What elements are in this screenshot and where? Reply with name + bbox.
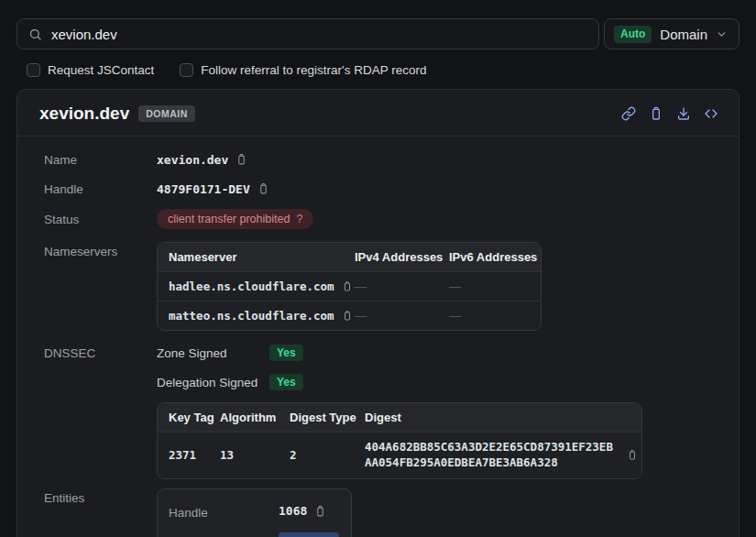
clipboard-icon xyxy=(649,106,663,121)
copy-name-button[interactable] xyxy=(236,153,247,166)
copy-digest-button[interactable] xyxy=(627,449,638,461)
entity-card: Handle 1068 Roles registrar xyxy=(157,488,352,537)
view-raw-button[interactable] xyxy=(704,106,718,121)
col-ipv6: IPv6 Addresses xyxy=(449,243,541,271)
ipv6-empty: — xyxy=(449,309,460,323)
nameserver-value: matteo.ns.cloudflare.com xyxy=(169,309,334,323)
follow-referral-label: Follow referral to registrar's RDAP reco… xyxy=(201,63,426,77)
copy-icon xyxy=(257,182,269,195)
object-type-badge: DOMAIN xyxy=(138,105,195,122)
col-ipv4: IPv4 Addresses xyxy=(355,243,449,271)
search-box[interactable] xyxy=(16,18,599,49)
col-digest-type: Digest Type xyxy=(290,403,365,432)
table-row: matteo.ns.cloudflare.com — — xyxy=(158,301,541,330)
download-button[interactable] xyxy=(676,106,691,121)
entity-handle-label: Handle xyxy=(169,503,279,520)
query-type-value: Domain xyxy=(660,27,707,42)
jscontact-label: Request JSContact xyxy=(48,63,154,77)
domain-result-card: xevion.dev DOMAIN Name xyxy=(16,89,740,537)
jscontact-option[interactable]: Request JSContact xyxy=(27,63,154,77)
entity-roles-row: Roles registrar xyxy=(169,532,340,537)
permalink-button[interactable] xyxy=(621,106,636,121)
ipv6-empty: — xyxy=(449,279,460,293)
copy-nameserver-button[interactable] xyxy=(342,310,353,322)
dnssec-table-header: Key Tag Algorithm Digest Type Digest xyxy=(158,403,641,432)
dnssec-content: Zone Signed Yes Delegation Signed Yes Ke… xyxy=(157,344,717,479)
download-icon xyxy=(676,106,691,121)
handle-field: Handle 4879F0171-DEV xyxy=(44,180,717,198)
name-label: Name xyxy=(44,153,157,167)
options-row: Request JSContact Follow referral to reg… xyxy=(27,62,740,78)
copy-icon xyxy=(342,280,353,292)
nameservers-label: Nameservers xyxy=(44,242,157,258)
delegation-signed-row: Delegation Signed Yes xyxy=(157,373,717,391)
table-row: 2371 13 2 404A682BB85C63A3D2E2E65CD87391… xyxy=(158,432,641,478)
algorithm-value: 13 xyxy=(220,448,234,462)
col-digest: Digest xyxy=(365,403,641,432)
copy-icon xyxy=(627,449,638,461)
dnssec-table: Key Tag Algorithm Digest Type Digest 237… xyxy=(157,402,642,479)
nameservers-table: Nameserver IPv4 Addresses IPv6 Addresses… xyxy=(157,242,542,331)
key-tag-value: 2371 xyxy=(169,448,196,462)
copy-handle-button[interactable] xyxy=(257,182,269,195)
status-badge: client transfer prohibited ? xyxy=(157,209,313,229)
code-icon xyxy=(704,106,718,121)
name-field: Name xevion.dev xyxy=(44,150,717,169)
link-icon xyxy=(621,106,636,121)
zone-signed-label: Zone Signed xyxy=(157,346,269,360)
zone-signed-badge: Yes xyxy=(269,345,303,361)
rdap-page: Auto Domain Request JSContact Follow ref… xyxy=(0,0,756,537)
copy-nameserver-button[interactable] xyxy=(342,280,353,292)
copy-icon xyxy=(342,310,353,322)
zone-signed-row: Zone Signed Yes xyxy=(157,344,717,362)
search-row: Auto Domain xyxy=(16,18,740,49)
ipv4-empty: — xyxy=(355,279,366,293)
entity-roles-label: Roles xyxy=(169,533,279,537)
ipv4-empty: — xyxy=(355,309,366,323)
status-value: client transfer prohibited xyxy=(168,212,290,226)
card-header: xevion.dev DOMAIN xyxy=(17,90,739,137)
query-type-dropdown[interactable]: Auto Domain xyxy=(604,18,740,49)
follow-referral-option[interactable]: Follow referral to registrar's RDAP reco… xyxy=(180,63,426,77)
entity-handle-row: Handle 1068 xyxy=(169,502,340,521)
header-actions xyxy=(621,106,718,121)
digest-type-value: 2 xyxy=(290,448,297,462)
status-help-icon[interactable]: ? xyxy=(296,212,302,226)
dnssec-field: DNSSEC Zone Signed Yes Delegation Signed… xyxy=(44,344,717,479)
follow-referral-checkbox[interactable] xyxy=(180,63,193,77)
search-icon xyxy=(28,27,42,41)
chevron-down-icon xyxy=(716,28,728,40)
role-badge: registrar xyxy=(279,532,339,537)
page-title: xevion.dev xyxy=(39,104,129,124)
copy-response-button[interactable] xyxy=(649,106,663,121)
search-input[interactable] xyxy=(51,27,587,42)
nameserver-value: hadlee.ns.cloudflare.com xyxy=(169,279,334,293)
status-label: Status xyxy=(44,213,157,226)
handle-label: Handle xyxy=(44,182,157,196)
handle-value: 4879F0171-DEV xyxy=(157,182,250,196)
entities-label: Entities xyxy=(44,488,157,505)
name-value: xevion.dev xyxy=(157,153,228,167)
col-algorithm: Algorithm xyxy=(220,403,290,432)
nameservers-table-header: Nameserver IPv4 Addresses IPv6 Addresses xyxy=(158,243,541,271)
auto-mode-badge: Auto xyxy=(614,26,652,43)
entity-handle-value: 1068 xyxy=(279,504,307,518)
status-field: Status client transfer prohibited ? xyxy=(44,209,717,229)
delegation-signed-label: Delegation Signed xyxy=(157,376,269,389)
col-nameserver: Nameserver xyxy=(158,243,355,271)
col-key-tag: Key Tag xyxy=(158,403,220,432)
jscontact-checkbox[interactable] xyxy=(27,63,40,77)
copy-icon xyxy=(236,153,247,166)
copy-icon xyxy=(314,505,326,518)
entities-field: Entities Handle 1068 Roles registra xyxy=(44,488,717,537)
dnssec-label: DNSSEC xyxy=(44,344,157,360)
digest-value: 404A682BB85C63A3D2E2E65CD87391EF23EBAA05… xyxy=(365,440,619,471)
nameservers-field: Nameservers Nameserver IPv4 Addresses IP… xyxy=(44,242,717,331)
table-row: hadlee.ns.cloudflare.com — — xyxy=(158,271,541,301)
card-body: Name xevion.dev Handle 4879F0171-DEV xyxy=(17,137,739,537)
copy-entity-handle-button[interactable] xyxy=(314,505,326,518)
delegation-signed-badge: Yes xyxy=(269,374,303,390)
